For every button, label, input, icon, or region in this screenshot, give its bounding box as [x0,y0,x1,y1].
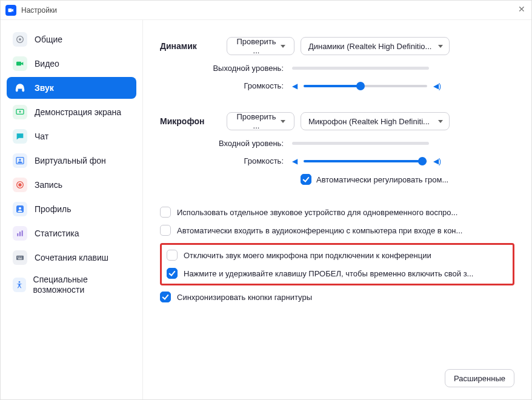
svg-rect-14 [22,230,23,236]
push-to-talk-checkbox[interactable] [167,268,178,279]
volume-low-icon: ◀ [292,82,298,90]
sidebar-item-label: Виртуальный фон [35,156,106,165]
mic-device-select[interactable]: Микрофон (Realtek High Definiti... [301,112,450,130]
sidebar-item-shortcuts[interactable]: Сочетания клавиш [7,247,136,268]
svg-rect-4 [22,88,24,92]
output-level-label: Выходной уровень: [160,64,292,73]
auto-adjust-volume-checkbox[interactable] [301,174,311,185]
app-icon [5,5,16,16]
sync-headset-checkbox[interactable] [160,292,171,302]
sidebar-item-label: Профиль [35,204,71,214]
svg-point-20 [18,281,20,283]
video-icon [13,56,27,71]
highlight-box: Отключить звук моего микрофона при подкл… [160,243,514,285]
record-icon [13,178,27,192]
content-area: Динамик Проверить ... Динамики (Realtek … [143,20,531,399]
sidebar-item-virtual-bg[interactable]: Виртуальный фон [7,150,136,172]
sync-headset-label: Синхронизировать кнопки гарнитуры [177,293,312,302]
svg-point-7 [19,159,21,161]
keyboard-icon [13,250,27,265]
sidebar-item-chat[interactable]: Чат [7,125,136,147]
svg-rect-2 [16,62,21,66]
volume-high-icon: ◀) [433,82,441,90]
window-title: Настройки [21,6,57,15]
input-level-label: Входной уровень: [160,139,292,148]
svg-rect-15 [16,256,24,260]
auto-join-audio-label: Автоматически входить в аудиоконференцию… [177,226,462,235]
test-mic-button[interactable]: Проверить ... [227,112,294,130]
sidebar-item-label: Общие [35,35,62,44]
profile-icon [13,202,27,216]
sidebar-item-label: Сочетания клавиш [35,253,108,262]
sidebar-item-video[interactable]: Видео [7,53,136,75]
sidebar-item-label: Чат [35,132,48,141]
sidebar-item-label: Видео [35,59,59,68]
auto-join-audio-checkbox[interactable] [160,225,171,236]
test-speaker-button[interactable]: Проверить ... [227,37,294,55]
mic-volume-slider[interactable] [304,160,427,162]
separate-audio-device-label: Использовать отдельное звуковое устройст… [177,208,457,217]
output-level-meter [292,67,429,70]
headphones-icon [13,81,27,95]
svg-point-11 [19,207,21,210]
svg-rect-12 [17,233,18,236]
share-screen-icon [13,105,27,119]
general-icon [13,32,27,47]
sidebar: Общие Видео Звук Демонстрация экрана Чат [1,20,143,399]
accessibility-icon [13,278,26,292]
volume-low-icon: ◀ [292,157,298,165]
auto-adjust-volume-label: Автоматически регулировать гром... [316,175,448,184]
sidebar-item-share-screen[interactable]: Демонстрация экрана [7,101,136,123]
advanced-button[interactable]: Расширенные [445,369,514,387]
stats-icon [13,226,27,241]
svg-rect-17 [19,257,20,258]
svg-rect-3 [16,88,18,92]
speaker-device-select[interactable]: Динамики (Realtek High Definitio... [301,37,450,55]
sidebar-item-general[interactable]: Общие [7,28,136,50]
input-level-meter [292,142,429,145]
svg-rect-19 [18,258,22,259]
separate-audio-device-checkbox[interactable] [160,207,171,218]
svg-rect-16 [18,257,18,258]
svg-rect-13 [19,232,21,236]
speaker-volume-label: Громкость: [160,81,292,90]
push-to-talk-label: Нажмите и удерживайте клавишу ПРОБЕЛ, чт… [184,269,473,278]
sidebar-item-audio[interactable]: Звук [7,77,136,99]
speaker-volume-slider[interactable] [304,85,427,87]
sidebar-item-statistics[interactable]: Статистика [7,222,136,244]
svg-point-1 [19,38,21,41]
mute-on-join-checkbox[interactable] [167,250,178,261]
sidebar-item-accessibility[interactable]: Специальные возможности [7,271,136,299]
speaker-section-title: Динамик [160,41,227,51]
mic-section-title: Микрофон [160,116,227,126]
virtual-bg-icon [13,153,27,168]
sidebar-item-label: Специальные возможности [33,275,130,296]
mute-on-join-label: Отключить звук моего микрофона при подкл… [184,251,431,260]
sidebar-item-profile[interactable]: Профиль [7,198,136,220]
close-icon[interactable]: ✕ [518,4,525,14]
svg-point-9 [18,183,21,186]
sidebar-item-label: Статистика [35,228,79,238]
sidebar-item-label: Запись [35,180,62,190]
sidebar-item-recording[interactable]: Запись [7,174,136,196]
sidebar-item-label: Демонстрация экрана [35,107,121,117]
sidebar-item-label: Звук [35,83,54,93]
mic-volume-label: Громкость: [160,156,292,165]
volume-high-icon: ◀) [433,157,441,165]
title-bar: Настройки ✕ [1,1,531,20]
svg-rect-18 [21,257,21,258]
chat-icon [13,129,27,144]
